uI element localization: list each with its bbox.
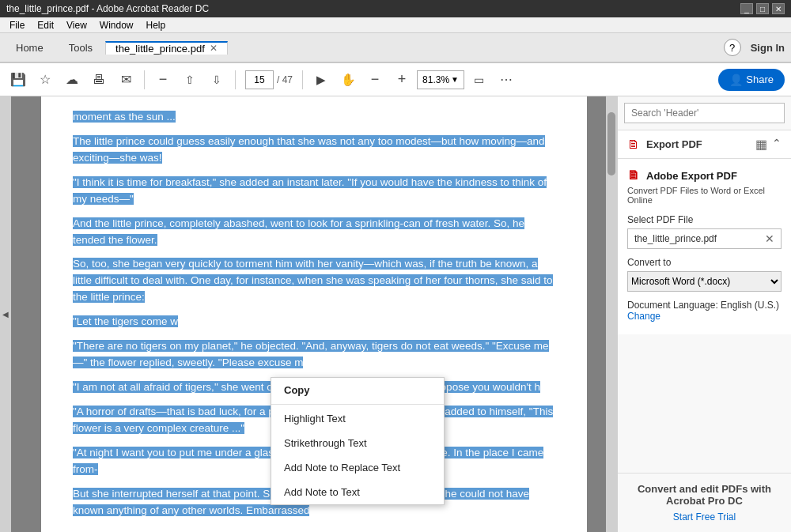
zoom-display[interactable]: 81.3% ▼ [417,70,464,89]
zoom-dropdown-icon: ▼ [451,75,459,84]
export-panel-section: 🗎 Export PDF ▦ ⌃ 🗎 Adobe Export PDF Conv… [618,130,791,334]
toolbar-sep2 [235,70,236,89]
remove-file-button[interactable]: ✕ [765,232,774,245]
hand-tool[interactable]: ✋ [336,68,360,92]
cloud-button[interactable]: ☁ [60,68,84,92]
left-panel-toggle[interactable]: ◀ [0,96,11,532]
next-page-button[interactable]: ⇩ [205,68,229,92]
menu-window[interactable]: Window [93,18,140,32]
selected-file-name: the_little_prince.pdf [634,233,762,244]
copy-icon[interactable]: ▦ [755,137,767,152]
export-panel-title: Export PDF [646,138,702,150]
tab-home[interactable]: Home [3,33,56,62]
menu-view[interactable]: View [60,18,93,32]
zoom-out-button[interactable]: − [151,68,175,92]
context-menu: Copy Highlight Text Strikethrough Text A… [271,377,445,505]
title-bar: the_little_prince.pdf - Adobe Acrobat Re… [0,0,791,17]
title-bar-controls: _ □ ✕ [740,3,785,14]
email-button[interactable]: ✉ [114,68,138,92]
print-button[interactable]: 🖶 [87,68,111,92]
tab-pdf[interactable]: the_little_prince.pdf ✕ [105,41,228,55]
ctx-highlight[interactable]: Highlight Text [271,406,444,431]
pdf-para-2: "I think it is time for breakfast," she … [73,175,555,208]
share-label: Share [746,74,774,85]
export-service-icon: 🗎 [627,168,640,183]
text-selected-2: "I think it is time for breakfast," she … [73,176,547,205]
menu-help[interactable]: Help [140,18,172,32]
minimize-button[interactable]: _ [740,3,753,14]
pdf-para-6: "There are no tigers on my planet," he o… [73,338,555,372]
ctx-divider-1 [271,404,444,405]
zoom-in-btn[interactable]: + [390,68,414,92]
selected-file-row: the_little_prince.pdf ✕ [627,228,782,249]
doc-language: Document Language: English (U.S.) Change [627,300,782,322]
pdf-para-0: moment as the sun ... [73,109,555,126]
panel-search-input[interactable] [624,103,785,123]
close-button[interactable]: ✕ [772,3,785,14]
tab-close-button[interactable]: ✕ [210,43,218,54]
pdf-page: moment as the sun ... The little prince … [41,96,587,532]
zoom-value: 81.3% [422,74,449,85]
text-selected-5: "Let the tigers come w [73,315,178,327]
menu-edit[interactable]: Edit [31,18,60,32]
export-pdf-icon: 🗎 [627,138,640,152]
export-service-desc: Convert PDF Files to Word or Excel Onlin… [627,186,782,205]
pdf-para-3: And the little prince, completely abashe… [73,216,555,249]
select-tool[interactable]: ▶ [309,68,333,92]
text-selected-6: "There are no tigers on my planet," he o… [73,340,549,368]
export-panel-header: 🗎 Export PDF ▦ ⌃ [618,130,791,159]
promo-section: Convert and edit PDFs with Acrobat Pro D… [618,473,791,532]
convert-format-select[interactable]: Microsoft Word (*.docx) [627,271,782,292]
signin-button[interactable]: Sign In [751,42,785,54]
menu-bar: File Edit View Window Help [0,17,791,33]
change-language-link[interactable]: Change [627,311,660,322]
bookmark-button[interactable]: ☆ [33,68,57,92]
pdf-para-5: "Let the tigers come w [73,314,555,330]
pdf-para-4: So, too, she began very quickly to torme… [73,256,555,306]
toolbar: 💾 ☆ ☁ 🖶 ✉ − ⇧ ⇩ 15 / 47 ▶ ✋ − + 81.3% ▼ … [0,63,791,96]
prev-page-button[interactable]: ⇧ [178,68,202,92]
title-bar-title: the_little_prince.pdf - Adobe Acrobat Re… [6,3,209,14]
text-selected-1: The little prince could guess easily eno… [73,135,545,164]
help-button[interactable]: ? [724,39,741,56]
toolbar-sep1 [144,70,145,89]
toolbar-sep3 [302,70,303,89]
tab-bar: Home Tools the_little_prince.pdf ✕ ? Sig… [0,33,791,63]
tab-tools[interactable]: Tools [56,33,105,62]
main-layout: ◀ moment as the sun ... The little princ… [0,96,791,532]
convert-label: Convert to [627,257,782,268]
fit-page-button[interactable]: ▭ [467,68,491,92]
file-label: Select PDF File [627,214,782,225]
more-tools-button[interactable]: ⋯ [494,68,518,92]
ctx-copy[interactable]: Copy [271,378,444,402]
pdf-area: moment as the sun ... The little prince … [11,96,617,532]
zoom-out-btn2[interactable]: − [363,68,387,92]
right-panel: 🗎 Export PDF ▦ ⌃ 🗎 Adobe Export PDF Conv… [617,96,791,532]
share-icon: 👤 [729,74,743,86]
share-button[interactable]: 👤 Share [718,69,785,91]
ctx-add-note[interactable]: Add Note to Text [271,480,444,504]
text-selected-4: So, too, she began very quickly to torme… [73,258,553,303]
text-selected-3: And the little prince, completely abashe… [73,217,524,246]
ctx-strikethrough[interactable]: Strikethrough Text [271,431,444,455]
promo-title: Convert and edit PDFs with Acrobat Pro D… [627,483,782,507]
pdf-para-1: The little prince could guess easily eno… [73,134,555,167]
page-number-input[interactable]: 15 [245,70,274,89]
free-trial-link[interactable]: Start Free Trial [673,511,736,523]
maximize-button[interactable]: □ [756,3,769,14]
ctx-add-note-replace[interactable]: Add Note to Replace Text [271,455,444,480]
export-panel-body: 🗎 Adobe Export PDF Convert PDF Files to … [618,159,791,334]
page-total: / 47 [277,74,293,85]
export-service-title: 🗎 Adobe Export PDF [627,168,782,183]
panel-search-area [618,96,791,130]
tab-nav: Home Tools the_little_prince.pdf ✕ [3,33,228,62]
tab-pdf-label: the_little_prince.pdf [115,43,205,55]
panel-collapse-button[interactable]: ⌃ [772,137,782,152]
pdf-scrollbar-v[interactable] [606,96,617,532]
tab-bar-right: ? Sign In [724,33,791,62]
menu-file[interactable]: File [3,18,31,32]
scroll-thumb-v[interactable] [607,112,615,175]
page-navigation: 15 / 47 [245,70,293,89]
save-button[interactable]: 💾 [6,68,30,92]
text-selected-0: moment as the sun ... [73,111,176,123]
